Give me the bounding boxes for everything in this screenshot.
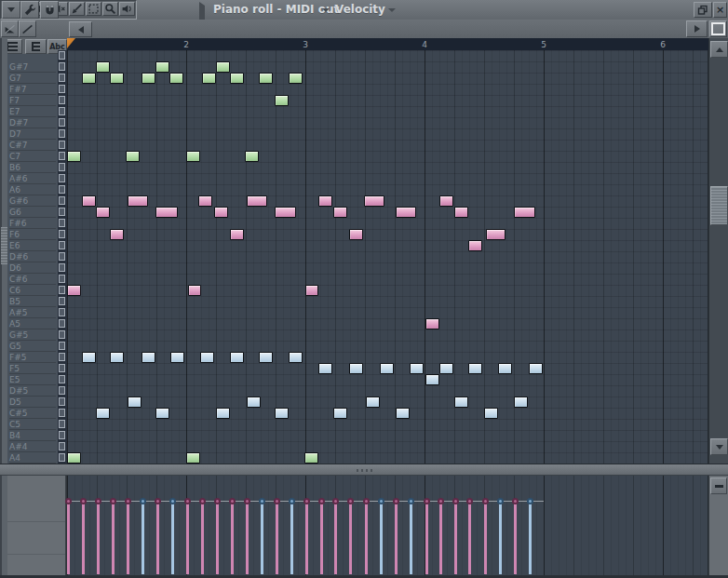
midi-note-Fs5[interactable] bbox=[170, 352, 184, 363]
key-chip[interactable] bbox=[59, 431, 65, 439]
key-chip[interactable] bbox=[59, 118, 65, 127]
key-label-Fs6[interactable]: F#6 bbox=[9, 218, 56, 229]
midi-note-A4[interactable] bbox=[186, 452, 200, 464]
key-chip[interactable] bbox=[59, 85, 65, 93]
midi-note-G6[interactable] bbox=[275, 207, 296, 218]
midi-note-F5[interactable] bbox=[498, 363, 512, 374]
midi-note-G7[interactable] bbox=[142, 73, 155, 84]
midi-note-D5[interactable] bbox=[454, 397, 468, 408]
velocity-stem[interactable] bbox=[454, 501, 457, 574]
key-chip[interactable] bbox=[59, 196, 65, 205]
velocity-stem[interactable] bbox=[201, 501, 204, 574]
key-chip[interactable] bbox=[59, 342, 65, 350]
midi-note-Fs5[interactable] bbox=[142, 352, 155, 363]
midi-note-Gs7[interactable] bbox=[96, 61, 110, 73]
midi-note-Gs6[interactable] bbox=[318, 195, 332, 207]
key-label-D6[interactable]: D6 bbox=[9, 262, 56, 274]
velocity-handle[interactable] bbox=[482, 498, 489, 504]
midi-note-Gs6[interactable] bbox=[364, 195, 384, 207]
midi-note-G7[interactable] bbox=[289, 73, 303, 84]
midi-note-C7[interactable] bbox=[126, 151, 140, 162]
key-chip[interactable] bbox=[59, 107, 65, 115]
key-label-C5[interactable]: C5 bbox=[9, 419, 56, 430]
midi-note-C7[interactable] bbox=[67, 151, 81, 162]
midi-note-A4[interactable] bbox=[67, 452, 81, 464]
key-label-Fs5[interactable]: F#5 bbox=[9, 352, 56, 363]
selector-dropdown-icon[interactable] bbox=[388, 8, 396, 12]
restore-window-button[interactable] bbox=[694, 2, 712, 18]
velocity-stem[interactable] bbox=[276, 501, 278, 574]
velocity-stem[interactable] bbox=[320, 501, 323, 574]
key-chip[interactable] bbox=[59, 397, 65, 406]
velocity-handle[interactable] bbox=[65, 498, 72, 504]
velocity-handle[interactable] bbox=[125, 498, 131, 504]
midi-note-G7[interactable] bbox=[82, 73, 96, 84]
velocity-stem[interactable] bbox=[499, 501, 502, 574]
key-chip[interactable] bbox=[59, 409, 65, 417]
key-chip[interactable] bbox=[59, 62, 65, 71]
tool-options-button[interactable] bbox=[20, 1, 39, 19]
key-chip[interactable] bbox=[59, 96, 65, 104]
key-label-Gs7[interactable]: G#7 bbox=[9, 61, 56, 73]
midi-note-Gs6[interactable] bbox=[128, 195, 148, 207]
scroll-left-button[interactable] bbox=[69, 21, 92, 37]
key-chip[interactable] bbox=[59, 386, 65, 395]
key-label-A6[interactable]: A6 bbox=[9, 184, 56, 195]
midi-note-F5[interactable] bbox=[349, 363, 363, 374]
velocity-handle[interactable] bbox=[332, 498, 339, 504]
velocity-handle[interactable] bbox=[214, 498, 221, 504]
midi-note-D5[interactable] bbox=[128, 397, 142, 408]
velocity-stem[interactable] bbox=[82, 501, 85, 574]
slice-tool-button[interactable] bbox=[69, 2, 85, 16]
velocity-handle[interactable] bbox=[378, 498, 384, 504]
velocity-stem[interactable] bbox=[261, 501, 263, 574]
velocity-stem[interactable] bbox=[529, 501, 532, 574]
midi-note-Fs5[interactable] bbox=[259, 352, 273, 363]
midi-note-G6[interactable] bbox=[214, 207, 228, 218]
velocity-stem[interactable] bbox=[305, 501, 308, 574]
key-chip[interactable] bbox=[59, 308, 65, 316]
porta-tool-button[interactable] bbox=[19, 20, 36, 37]
midi-note-F6[interactable] bbox=[486, 229, 506, 240]
midi-note-Cs5[interactable] bbox=[155, 408, 169, 419]
key-chip[interactable] bbox=[59, 152, 65, 160]
velocity-stem[interactable] bbox=[112, 501, 115, 574]
key-label-Gs6[interactable]: G#6 bbox=[9, 195, 56, 207]
key-label-As4[interactable]: A#4 bbox=[9, 441, 56, 452]
select-tool-button[interactable] bbox=[86, 2, 101, 16]
velocity-handle[interactable] bbox=[95, 498, 101, 504]
velocity-handle[interactable] bbox=[438, 498, 444, 504]
midi-note-Cs5[interactable] bbox=[484, 408, 498, 419]
velocity-stem[interactable] bbox=[231, 501, 234, 574]
midi-note-G7[interactable] bbox=[259, 73, 273, 84]
key-label-Ds7[interactable]: D#7 bbox=[9, 117, 56, 128]
midi-note-C7[interactable] bbox=[245, 151, 259, 162]
scroll-up-button[interactable] bbox=[710, 41, 728, 58]
midi-note-G6[interactable] bbox=[396, 207, 416, 218]
midi-note-G7[interactable] bbox=[169, 73, 183, 84]
midi-note-G6[interactable] bbox=[155, 207, 178, 218]
midi-note-G7[interactable] bbox=[202, 73, 216, 84]
key-label-B4[interactable]: B4 bbox=[9, 430, 56, 441]
midi-note-G7[interactable] bbox=[230, 73, 244, 84]
midi-note-Gs7[interactable] bbox=[155, 61, 169, 73]
midi-note-F6[interactable] bbox=[230, 229, 244, 240]
velocity-stem[interactable] bbox=[171, 501, 174, 574]
velocity-stem[interactable] bbox=[425, 501, 428, 574]
midi-note-C6[interactable] bbox=[188, 285, 201, 296]
midi-note-C6[interactable] bbox=[305, 285, 318, 296]
key-label-F7[interactable]: F7 bbox=[9, 95, 56, 106]
key-label-F5[interactable]: F5 bbox=[9, 363, 56, 374]
velocity-handle[interactable] bbox=[155, 498, 161, 504]
velocity-handle[interactable] bbox=[452, 498, 459, 504]
velocity-handle[interactable] bbox=[184, 498, 191, 504]
timeline-ruler[interactable]: 23456 bbox=[67, 38, 708, 51]
velocity-handle[interactable] bbox=[303, 498, 310, 504]
midi-note-F5[interactable] bbox=[468, 363, 482, 374]
velocity-stem[interactable] bbox=[97, 501, 100, 574]
key-label-E6[interactable]: E6 bbox=[9, 240, 56, 251]
midi-note-Fs5[interactable] bbox=[82, 352, 96, 363]
velocity-handle[interactable] bbox=[347, 498, 354, 504]
key-label-Cs7[interactable]: C#7 bbox=[9, 140, 56, 151]
midi-note-Fs5[interactable] bbox=[200, 352, 214, 363]
